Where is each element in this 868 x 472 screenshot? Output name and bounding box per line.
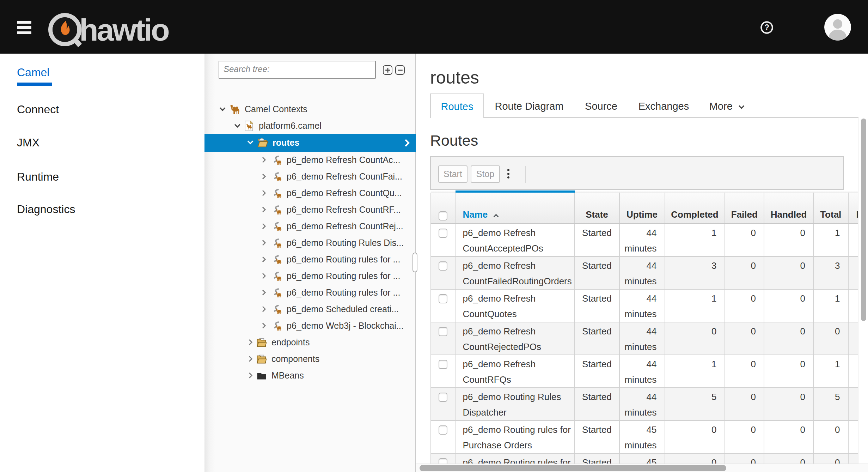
svg-text:hawtio: hawtio	[79, 12, 169, 47]
svg-text:?: ?	[764, 23, 769, 32]
